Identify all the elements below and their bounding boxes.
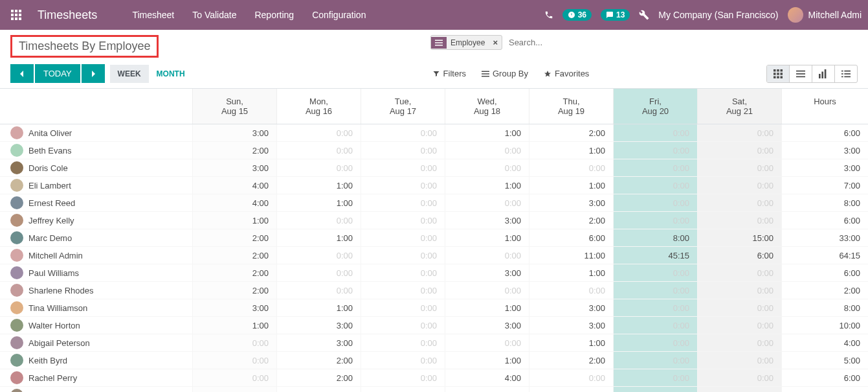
cell-fri[interactable]: 0:00 [613,387,697,392]
cell-tue[interactable]: 0:00 [361,247,445,264]
cell-mon[interactable]: 0:00 [276,247,361,264]
cell-sat[interactable]: 0:00 [697,177,781,194]
cell-wed[interactable]: 3:00 [445,212,529,229]
cell-fri[interactable]: 45:15 [613,247,697,264]
cell-mon[interactable]: 0:00 [276,124,361,141]
table-row[interactable]: Beth Evans2:000:000:000:001:000:000:003:… [0,142,868,159]
today-button[interactable]: TODAY [35,64,80,83]
cell-thu[interactable]: 2:00 [529,352,613,369]
cell-fri[interactable]: 0:00 [613,177,697,194]
table-row[interactable]: Keith Byrd0:002:000:001:002:000:000:005:… [0,352,868,369]
cell-sun[interactable]: 2:00 [192,247,276,264]
cell-sat[interactable]: 0:00 [697,264,781,281]
cell-sun[interactable]: 0:00 [192,352,276,369]
cell-wed[interactable]: 0:00 [445,247,529,264]
cell-mon[interactable]: 1:00 [276,299,361,316]
apps-icon[interactable] [6,5,26,25]
cell-fri[interactable]: 0:00 [613,334,697,351]
employee-cell[interactable]: Paul Williams [0,266,192,279]
cell-sun[interactable]: 3:00 [192,299,276,316]
cell-wed[interactable]: 3:00 [445,264,529,281]
cell-wed[interactable]: 4:00 [445,369,529,386]
table-row[interactable]: Randall Lewis0:009:000:000:001:000:000:0… [0,387,868,392]
cell-tue[interactable]: 0:00 [361,212,445,229]
menu-to-validate[interactable]: To Validate [183,10,245,20]
cell-fri[interactable]: 0:00 [613,142,697,159]
cell-thu[interactable]: 1:00 [529,264,613,281]
cell-sat[interactable]: 0:00 [697,352,781,369]
cell-fri[interactable]: 8:00 [613,229,697,246]
cell-fri[interactable]: 0:00 [613,212,697,229]
employee-cell[interactable]: Rachel Perry [0,371,192,384]
cell-thu[interactable]: 1:00 [529,334,613,351]
cell-wed[interactable]: 1:00 [445,177,529,194]
menu-configuration[interactable]: Configuration [303,10,375,20]
cell-wed[interactable]: 0:00 [445,334,529,351]
cell-thu[interactable]: 0:00 [529,369,613,386]
messages-badge[interactable]: 13 [601,9,630,21]
facet-remove-icon[interactable]: × [489,36,502,49]
cell-tue[interactable]: 0:00 [361,282,445,299]
cell-sun[interactable]: 4:00 [192,194,276,211]
cell-fri[interactable]: 0:00 [613,317,697,334]
view-chart-button[interactable] [812,65,835,82]
table-row[interactable]: Eli Lambert4:001:000:001:001:000:000:007… [0,177,868,194]
app-title[interactable]: Timesheets [38,8,97,22]
cell-wed[interactable]: 0:00 [445,282,529,299]
cell-sat[interactable]: 0:00 [697,299,781,316]
cell-wed[interactable]: 3:00 [445,317,529,334]
cell-sun[interactable]: 0:00 [192,334,276,351]
cell-sun[interactable]: 0:00 [192,387,276,392]
cell-tue[interactable]: 0:00 [361,124,445,141]
cell-tue[interactable]: 0:00 [361,317,445,334]
cell-tue[interactable]: 0:00 [361,229,445,246]
cell-thu[interactable]: 11:00 [529,247,613,264]
cell-mon[interactable]: 0:00 [276,212,361,229]
cell-sat[interactable]: 15:00 [697,229,781,246]
cell-thu[interactable]: 2:00 [529,124,613,141]
cell-thu[interactable]: 0:00 [529,159,613,176]
cell-wed[interactable]: 1:00 [445,299,529,316]
prev-button[interactable] [10,64,34,83]
phone-icon[interactable] [544,10,553,19]
cell-tue[interactable]: 0:00 [361,299,445,316]
cell-sun[interactable]: 1:00 [192,317,276,334]
cell-mon[interactable]: 1:00 [276,177,361,194]
user-menu[interactable]: Mitchell Admi [788,7,862,23]
table-row[interactable]: Paul Williams2:000:000:003:001:000:000:0… [0,264,868,282]
table-row[interactable]: Doris Cole3:000:000:000:000:000:000:003:… [0,159,868,177]
cell-sat[interactable]: 0:00 [697,334,781,351]
cell-thu[interactable]: 3:00 [529,299,613,316]
cell-sat[interactable]: 0:00 [697,387,781,392]
company-selector[interactable]: My Company (San Francisco) [658,10,778,20]
cell-sun[interactable]: 4:00 [192,177,276,194]
cell-mon[interactable]: 2:00 [276,369,361,386]
cell-tue[interactable]: 0:00 [361,142,445,159]
cell-tue[interactable]: 0:00 [361,334,445,351]
employee-cell[interactable]: Walter Horton [0,319,192,332]
cell-fri[interactable]: 0:00 [613,299,697,316]
cell-sun[interactable]: 2:00 [192,282,276,299]
cell-mon[interactable]: 3:00 [276,317,361,334]
cell-mon[interactable]: 0:00 [276,142,361,159]
cell-tue[interactable]: 0:00 [361,194,445,211]
view-activity-button[interactable] [835,65,857,82]
cell-wed[interactable]: 1:00 [445,124,529,141]
group-by-button[interactable]: Group By [482,69,528,78]
cell-mon[interactable]: 2:00 [276,352,361,369]
cell-thu[interactable]: 3:00 [529,317,613,334]
employee-cell[interactable]: Anita Oliver [0,126,192,139]
favorites-button[interactable]: Favorites [544,69,589,78]
cell-fri[interactable]: 0:00 [613,352,697,369]
employee-cell[interactable]: Abigail Peterson [0,336,192,349]
cell-wed[interactable]: 1:00 [445,229,529,246]
view-list-button[interactable] [790,65,812,82]
table-row[interactable]: Jeffrey Kelly1:000:000:003:002:000:000:0… [0,212,868,229]
table-row[interactable]: Ernest Reed4:001:000:000:003:000:000:008… [0,194,868,212]
table-row[interactable]: Abigail Peterson0:003:000:000:001:000:00… [0,334,868,352]
table-row[interactable]: Mitchell Admin2:000:000:000:0011:0045:15… [0,247,868,264]
table-row[interactable]: Rachel Perry0:002:000:004:000:000:000:00… [0,369,868,387]
table-row[interactable]: Walter Horton1:003:000:003:003:000:000:0… [0,317,868,334]
table-row[interactable]: Marc Demo2:001:000:001:006:008:0015:0033… [0,229,868,247]
cell-sat[interactable]: 6:00 [697,247,781,264]
